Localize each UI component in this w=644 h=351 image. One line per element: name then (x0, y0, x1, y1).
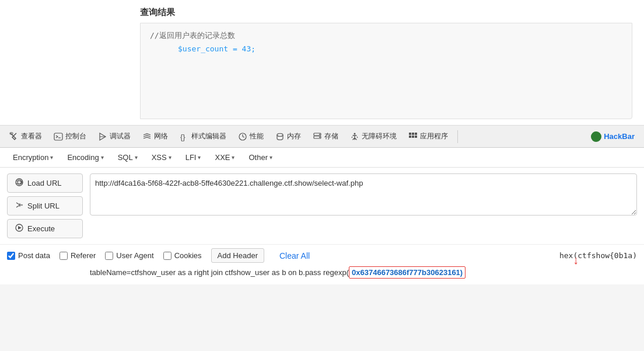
menu-encryption[interactable]: Encryption ▾ (7, 151, 59, 164)
accessibility-icon (350, 132, 359, 141)
code-block: //返回用户表的记录总数 $user_count = 43; (140, 23, 632, 119)
hex-hint: hex(ctfshow{0b1a) (559, 251, 637, 260)
execute-button[interactable]: Execute (7, 219, 83, 238)
hackbar-avatar (591, 131, 601, 142)
applications-label: 应用程序 (420, 131, 448, 141)
execute-icon (15, 223, 24, 234)
devtools-memory[interactable]: 内存 (271, 129, 306, 144)
query-result-label: 查询结果 (0, 0, 644, 23)
performance-icon (238, 132, 247, 141)
postdata-prefix: tableName=ctfshow_user as a right join c… (90, 268, 349, 277)
svg-rect-18 (415, 135, 417, 138)
user-agent-label: User Agent (116, 251, 153, 260)
performance-label: 性能 (250, 131, 264, 141)
top-area: 查询结果 //返回用户表的记录总数 $user_count = 43; (0, 0, 644, 126)
network-label: 网络 (154, 131, 168, 141)
svg-rect-17 (412, 135, 414, 138)
devtools-style-editor[interactable]: {} 样式编辑器 (175, 129, 231, 144)
svg-point-7 (277, 133, 283, 136)
code-variable: $user_count = 43; (178, 44, 256, 53)
postdata-highlighted: 0x63746673686f777b30623161) (349, 266, 466, 279)
devtools-toolbar: 查看器 控制台 调试器 网络 (0, 126, 644, 148)
devtools-debugger[interactable]: 调试器 (93, 129, 135, 144)
console-icon (54, 132, 63, 141)
hackbar-label: HackBar (604, 132, 635, 141)
devtools-console[interactable]: 控制台 (49, 129, 91, 144)
svg-marker-23 (18, 226, 22, 230)
post-data-checkbox-item[interactable]: Post data (7, 251, 50, 260)
referer-checkbox-item[interactable]: Referer (60, 251, 96, 260)
menu-xss[interactable]: XSS ▾ (146, 151, 177, 164)
toolbar-divider (457, 130, 458, 143)
svg-rect-16 (409, 135, 411, 138)
devtools-network[interactable]: 网络 (138, 129, 173, 144)
svg-point-11 (319, 137, 320, 138)
devtools-accessibility[interactable]: 无障碍环境 (345, 129, 401, 144)
load-url-label: Load URL (27, 179, 62, 187)
menu-encoding-arrow: ▾ (101, 154, 104, 161)
postdata-content: ↓ tableName=ctfshow_user as a right join… (90, 266, 637, 279)
url-area: http://df4ca16a-5f68-422f-acb8-5ffe4630e… (90, 173, 637, 238)
code-comment: //返回用户表的记录总数 (150, 30, 622, 41)
devtools-storage[interactable]: 存储 (308, 129, 343, 144)
menu-other-label: Other (249, 153, 268, 162)
add-header-label: Add Header (218, 251, 258, 260)
devtools-applications[interactable]: 应用程序 (404, 129, 453, 144)
menu-encryption-label: Encryption (13, 153, 48, 162)
menu-xss-arrow: ▾ (169, 154, 172, 161)
postdata-toolbar: Post data Referer User Agent Cookies Add… (0, 244, 644, 266)
red-arrow-indicator: ↓ (573, 253, 579, 267)
accessibility-label: 无障碍环境 (362, 131, 397, 141)
cookies-checkbox[interactable] (163, 252, 172, 260)
menu-xxe[interactable]: XXE ▾ (209, 151, 240, 164)
split-url-label: Split URL (27, 201, 60, 210)
menu-encoding-label: Encoding (67, 153, 99, 162)
menu-lfi-label: LFI (186, 153, 197, 162)
svg-rect-13 (409, 133, 411, 135)
hackbar-tab[interactable]: HackBar (586, 129, 639, 144)
menu-encryption-arrow: ▾ (50, 154, 53, 161)
svg-point-12 (354, 133, 356, 134)
menu-lfi-arrow: ▾ (198, 154, 201, 161)
debugger-icon (98, 132, 107, 141)
user-agent-checkbox[interactable] (105, 252, 113, 260)
style-editor-label: 样式编辑器 (191, 131, 226, 141)
menu-xxe-arrow: ▾ (232, 154, 235, 161)
post-data-label: Post data (18, 251, 50, 260)
postdata-body: ↓ tableName=ctfshow_user as a right join… (0, 266, 644, 284)
menu-sql-arrow: ▾ (135, 154, 138, 161)
load-url-icon (15, 178, 24, 189)
menu-lfi[interactable]: LFI ▾ (180, 151, 207, 164)
cookies-checkbox-item[interactable]: Cookies (163, 251, 202, 260)
hackbar-buttons: Load URL Split URL Execute (7, 173, 83, 238)
storage-icon (313, 132, 322, 141)
post-data-checkbox[interactable] (7, 252, 15, 260)
devtools-performance[interactable]: 性能 (233, 129, 268, 144)
svg-point-10 (319, 134, 320, 135)
menu-encoding[interactable]: Encoding ▾ (61, 151, 109, 164)
hackbar-menu: Encryption ▾ Encoding ▾ SQL ▾ XSS ▾ LFI … (0, 148, 644, 168)
menu-other-arrow: ▾ (270, 154, 272, 161)
svg-rect-14 (412, 133, 414, 135)
menu-other[interactable]: Other ▾ (243, 151, 278, 164)
inspector-icon (9, 132, 19, 141)
code-variable-line: $user_count = 43; (150, 44, 622, 53)
menu-sql[interactable]: SQL ▾ (112, 151, 144, 164)
add-header-button[interactable]: Add Header (211, 248, 264, 263)
svg-text:{}: {} (180, 133, 186, 141)
split-url-button[interactable]: Split URL (7, 196, 83, 216)
debugger-label: 调试器 (110, 131, 131, 141)
execute-label: Execute (27, 224, 55, 233)
user-agent-checkbox-item[interactable]: User Agent (105, 251, 153, 260)
url-input[interactable]: http://df4ca16a-5f68-422f-acb8-5ffe4630e… (90, 173, 637, 216)
referer-checkbox[interactable] (60, 252, 68, 260)
console-label: 控制台 (65, 131, 86, 141)
split-url-icon (15, 200, 24, 211)
style-editor-icon: {} (180, 132, 189, 141)
memory-label: 内存 (287, 131, 301, 141)
applications-icon (408, 132, 418, 141)
devtools-inspector[interactable]: 查看器 (5, 129, 47, 144)
svg-rect-15 (415, 133, 417, 135)
clear-all-button[interactable]: Clear All (274, 249, 316, 263)
load-url-button[interactable]: Load URL (7, 173, 83, 193)
